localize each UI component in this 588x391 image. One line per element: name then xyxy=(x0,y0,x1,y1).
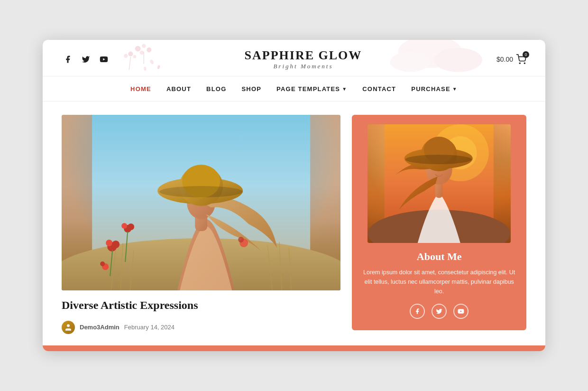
post-title: Diverse Artistic Expressions xyxy=(62,298,340,313)
svg-point-41 xyxy=(159,186,243,197)
nav-item-purchase[interactable]: PURCHASE ▼ xyxy=(411,84,458,94)
cart-icon-wrap: 0 xyxy=(516,54,526,65)
cart-badge: 0 xyxy=(523,51,529,58)
about-socials xyxy=(352,304,526,319)
brand-title: SAPPHIRE GLOW xyxy=(110,48,496,63)
featured-image xyxy=(62,115,340,290)
brand-subtitle: Bright Moments xyxy=(110,63,496,70)
svg-point-16 xyxy=(519,63,520,64)
header-cart[interactable]: $0.00 0 xyxy=(496,54,526,65)
site-header: SAPPHIRE GLOW Bright Moments $0.00 0 xyxy=(43,40,545,76)
nav-item-shop[interactable]: SHOP xyxy=(241,84,261,94)
svg-point-44 xyxy=(67,324,70,327)
about-youtube-icon[interactable] xyxy=(453,304,469,319)
svg-point-31 xyxy=(121,223,127,229)
svg-point-43 xyxy=(238,237,244,242)
nav-item-contact[interactable]: CONTACT xyxy=(362,84,396,94)
post-author: Demo3Admin xyxy=(80,324,119,331)
header-social xyxy=(62,53,110,65)
twitter-icon[interactable] xyxy=(80,53,92,65)
svg-point-35 xyxy=(100,261,105,266)
svg-point-28 xyxy=(112,241,119,248)
post-date: February 14, 2024 xyxy=(124,324,175,331)
about-twitter-icon[interactable] xyxy=(432,304,447,319)
about-card: About Me Lorem ipsum dolor sit amet, con… xyxy=(352,115,526,330)
about-image xyxy=(368,124,511,243)
site-brand: SAPPHIRE GLOW Bright Moments xyxy=(110,48,496,70)
svg-point-1 xyxy=(142,44,146,48)
about-facebook-icon[interactable] xyxy=(410,304,425,319)
about-image-wrap xyxy=(368,124,511,243)
about-widget-column: About Me Lorem ipsum dolor sit amet, con… xyxy=(352,115,526,334)
svg-point-54 xyxy=(405,155,472,164)
site-navigation: HOME ABOUT BLOG SHOP PAGE TEMPLATES ▼ CO… xyxy=(43,76,545,102)
author-avatar xyxy=(62,321,75,334)
featured-image-wrap xyxy=(62,115,340,290)
cart-price: $0.00 xyxy=(496,56,513,63)
about-description: Lorem ipsum dolor sit amet, consectetur … xyxy=(352,268,526,296)
nav-item-home[interactable]: HOME xyxy=(130,84,151,94)
svg-point-27 xyxy=(106,240,112,246)
nav-item-page-templates[interactable]: PAGE TEMPLATES ▼ xyxy=(276,84,347,94)
featured-post-column: Diverse Artistic Expressions Demo3Admin … xyxy=(62,115,340,334)
footer-strip xyxy=(43,345,545,351)
about-title: About Me xyxy=(352,251,526,263)
nav-item-about[interactable]: ABOUT xyxy=(166,84,191,94)
site-main: Diverse Artistic Expressions Demo3Admin … xyxy=(43,102,545,345)
browser-frame: SAPPHIRE GLOW Bright Moments $0.00 0 xyxy=(43,40,545,351)
chevron-down-icon-purchase: ▼ xyxy=(452,86,458,92)
nav-item-blog[interactable]: BLOG xyxy=(206,84,226,94)
facebook-icon[interactable] xyxy=(62,53,74,65)
post-meta: Demo3Admin February 14, 2024 xyxy=(62,321,340,334)
svg-point-32 xyxy=(128,223,134,230)
chevron-down-icon: ▼ xyxy=(342,86,347,92)
youtube-icon[interactable] xyxy=(98,53,110,65)
svg-point-17 xyxy=(524,63,525,64)
